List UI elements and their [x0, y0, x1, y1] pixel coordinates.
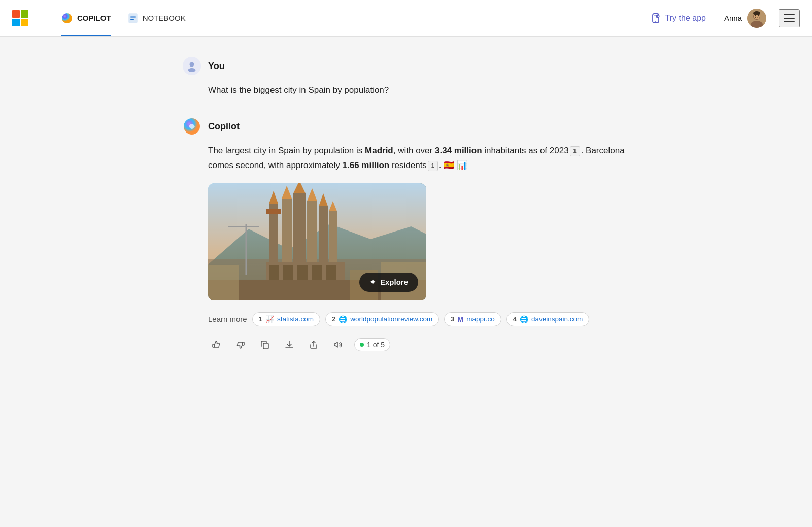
- source-1-icon: 📈: [265, 315, 274, 323]
- microsoft-logo: [12, 10, 37, 26]
- hamburger-menu[interactable]: [779, 9, 800, 27]
- thumbs-down-icon: [235, 340, 246, 350]
- download-button[interactable]: [281, 337, 297, 353]
- source-chip-2[interactable]: 2 🌐 worldpopulationreview.com: [325, 312, 439, 326]
- hamburger-line-3: [784, 21, 795, 22]
- svg-rect-26: [282, 199, 292, 270]
- notebook-tab-icon: [127, 13, 139, 24]
- copy-button[interactable]: [257, 337, 273, 353]
- svg-rect-2: [130, 16, 136, 17]
- copilot-message-header: Copilot: [183, 117, 629, 136]
- tab-copilot[interactable]: COPILOT: [53, 0, 119, 36]
- source-4-icon: 🌐: [520, 315, 528, 323]
- windows-logo-grid: [12, 10, 28, 26]
- copilot-response-text: The largest city in Spain by population …: [208, 144, 629, 173]
- svg-point-0: [62, 13, 72, 23]
- svg-rect-37: [269, 265, 279, 280]
- share-button[interactable]: [306, 337, 322, 353]
- user-question: What is the biggest city in Spain by pop…: [208, 83, 629, 97]
- svg-point-14: [755, 15, 756, 16]
- response-mid: , with over: [393, 146, 435, 155]
- source-chip-1[interactable]: 1 📈 statista.com: [252, 312, 320, 326]
- svg-rect-30: [307, 201, 317, 270]
- explore-label: Explore: [380, 278, 408, 286]
- green-dot: [360, 343, 364, 347]
- download-icon: [284, 340, 294, 350]
- avatar-image: [747, 9, 766, 28]
- learn-more-section: Learn more 1 📈 statista.com 2 🌐 worldpop…: [208, 312, 629, 326]
- copilot-tab-label: COPILOT: [77, 14, 111, 22]
- source-chip-3[interactable]: 3 M mappr.co: [444, 312, 501, 326]
- try-app-label: Try the app: [665, 14, 706, 23]
- svg-point-17: [190, 62, 194, 67]
- source-2-icon: 🌐: [339, 315, 347, 323]
- svg-rect-38: [283, 265, 293, 280]
- copy-icon: [260, 340, 270, 350]
- svg-rect-41: [326, 265, 336, 280]
- svg-rect-49: [242, 342, 244, 345]
- try-app-button[interactable]: ✦ Try the app: [644, 9, 712, 28]
- response-after: inhabitants as of 2023: [482, 146, 569, 155]
- source-1-num: 1: [259, 315, 262, 323]
- response-emojis: . 🇪🇸 📊: [439, 160, 467, 170]
- svg-point-15: [758, 15, 759, 16]
- main-content: You What is the biggest city in Spain by…: [152, 37, 660, 385]
- response-residents: residents: [389, 160, 427, 170]
- user-icon: [183, 57, 201, 75]
- user-label: You: [208, 61, 225, 72]
- svg-rect-25: [266, 209, 281, 214]
- notebook-tab-label: NOTEBOOK: [143, 14, 186, 22]
- source-3-domain: mappr.co: [466, 315, 495, 323]
- response-population: 3.34 million: [435, 146, 482, 155]
- logo-blue: [12, 19, 20, 26]
- svg-rect-39: [297, 265, 308, 280]
- learn-more-label: Learn more: [208, 315, 247, 323]
- svg-rect-32: [319, 206, 328, 270]
- source-1-domain: statista.com: [277, 315, 314, 323]
- header: COPILOT NOTEBOOK ✦ Try the app: [0, 0, 812, 37]
- response-population2: 1.66 million: [343, 160, 390, 170]
- source-4-num: 4: [513, 315, 517, 323]
- nav-tabs: COPILOT NOTEBOOK: [53, 0, 194, 36]
- source-2-domain: worldpopulationreview.com: [350, 315, 432, 323]
- user-name: Anna: [724, 14, 742, 22]
- user-profile[interactable]: Anna: [724, 9, 766, 28]
- person-icon: [186, 60, 197, 72]
- user-avatar: [747, 9, 766, 28]
- share-icon: [309, 340, 319, 350]
- source-4-domain: daveinspain.com: [531, 315, 583, 323]
- read-aloud-button[interactable]: [330, 337, 346, 353]
- logo-green: [21, 10, 28, 18]
- volume-icon: [333, 340, 343, 350]
- copilot-response-icon: [183, 117, 201, 136]
- thumbs-down-button[interactable]: [232, 337, 249, 353]
- svg-rect-40: [312, 265, 322, 280]
- response-intro: The largest city in Spain by population …: [208, 146, 365, 155]
- svg-rect-45: [208, 265, 239, 300]
- svg-rect-4: [130, 19, 134, 20]
- tab-notebook[interactable]: NOTEBOOK: [119, 0, 194, 36]
- svg-rect-34: [329, 211, 337, 270]
- source-chip-4[interactable]: 4 🌐 daveinspain.com: [506, 312, 590, 326]
- source-2-num: 2: [332, 315, 335, 323]
- user-message-header: You: [183, 57, 629, 75]
- svg-rect-28: [293, 193, 306, 270]
- thumbs-up-icon: [211, 340, 221, 350]
- thumbs-up-button[interactable]: [208, 337, 224, 353]
- hamburger-line-2: [784, 18, 795, 19]
- svg-point-6: [655, 21, 656, 22]
- response-city: Madrid: [365, 146, 393, 155]
- citation-1[interactable]: 1: [570, 146, 580, 156]
- explore-sparkle-icon: ✦: [369, 278, 376, 287]
- source-3-num: 3: [451, 315, 454, 323]
- explore-button[interactable]: ✦ Explore: [359, 273, 418, 292]
- citation-2[interactable]: 1: [428, 161, 438, 171]
- logo-yellow: [21, 19, 28, 26]
- header-right: ✦ Try the app Anna: [644, 9, 800, 28]
- svg-rect-3: [130, 17, 136, 18]
- svg-point-18: [188, 68, 196, 72]
- source-3-icon: M: [458, 315, 464, 323]
- svg-point-16: [753, 11, 760, 15]
- hamburger-line-1: [784, 14, 795, 15]
- user-message-block: You What is the biggest city in Spain by…: [183, 57, 629, 97]
